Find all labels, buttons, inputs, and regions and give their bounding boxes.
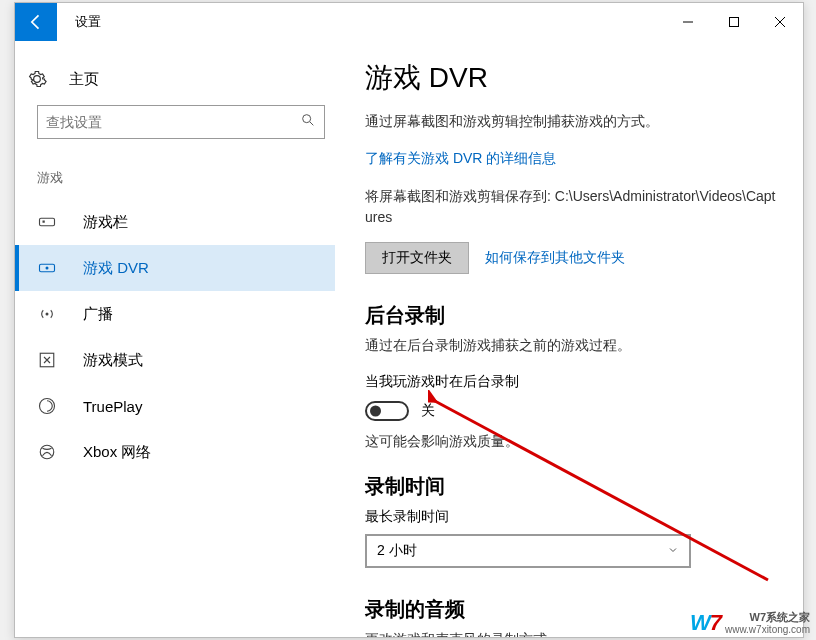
svg-rect-0 (730, 18, 739, 27)
gamemode-icon (37, 351, 57, 369)
svg-point-1 (303, 115, 311, 123)
other-folder-link[interactable]: 如何保存到其他文件夹 (485, 249, 625, 267)
trueplay-icon (37, 397, 57, 415)
nav-item-xbox[interactable]: Xbox 网络 (15, 429, 335, 475)
svg-rect-3 (43, 221, 45, 223)
window-body: 主页 游戏 游戏栏 游戏 DVR 广播 (15, 41, 803, 637)
svg-rect-2 (40, 218, 55, 226)
nav-label: 游戏 DVR (83, 259, 149, 278)
save-path-text: 将屏幕截图和游戏剪辑保存到: C:\Users\Administrator\Vi… (365, 186, 783, 228)
category-label: 游戏 (15, 167, 335, 199)
nav-label: Xbox 网络 (83, 443, 151, 462)
toggle-state: 关 (421, 402, 435, 420)
toggle-label: 当我玩游戏时在后台录制 (365, 373, 783, 391)
select-value: 2 小时 (377, 542, 417, 560)
chevron-down-icon (667, 543, 679, 559)
nav-label: 游戏栏 (83, 213, 128, 232)
svg-point-5 (46, 267, 49, 270)
page-heading: 游戏 DVR (365, 59, 783, 97)
nav-label: TruePlay (83, 398, 142, 415)
duration-select[interactable]: 2 小时 (365, 534, 691, 568)
nav-label: 广播 (83, 305, 113, 324)
nav-item-gamebar[interactable]: 游戏栏 (15, 199, 335, 245)
bg-record-title: 后台录制 (365, 302, 783, 329)
nav-label: 游戏模式 (83, 351, 143, 370)
page-description: 通过屏幕截图和游戏剪辑控制捕获游戏的方式。 (365, 113, 783, 131)
search-icon (300, 112, 316, 132)
search-field[interactable] (46, 114, 300, 130)
quality-note: 这可能会影响游戏质量。 (365, 433, 783, 451)
main-content: 游戏 DVR 通过屏幕截图和游戏剪辑控制捕获游戏的方式。 了解有关游戏 DVR … (335, 41, 803, 637)
maximize-button[interactable] (711, 3, 757, 41)
gamebar-icon (37, 213, 57, 231)
watermark: W7 W7系统之家 www.w7xitong.com (690, 610, 810, 636)
xbox-icon (37, 443, 57, 461)
learn-more-link[interactable]: 了解有关游戏 DVR 的详细信息 (365, 150, 556, 168)
home-label: 主页 (69, 70, 99, 89)
gear-icon (27, 69, 47, 89)
minimize-button[interactable] (665, 3, 711, 41)
bg-record-toggle[interactable] (365, 401, 409, 421)
nav-item-gamedvr[interactable]: 游戏 DVR (15, 245, 335, 291)
broadcast-icon (37, 305, 57, 323)
window-controls (665, 3, 803, 41)
svg-point-6 (46, 313, 49, 316)
nav-item-trueplay[interactable]: TruePlay (15, 383, 335, 429)
search-input[interactable] (37, 105, 325, 139)
nav-item-gamemode[interactable]: 游戏模式 (15, 337, 335, 383)
window-title: 设置 (57, 3, 665, 41)
watermark-logo: W7 (690, 610, 721, 636)
back-button[interactable] (15, 3, 57, 41)
dvr-icon (37, 259, 57, 277)
duration-label: 最长录制时间 (365, 508, 783, 526)
duration-title: 录制时间 (365, 473, 783, 500)
home-button[interactable]: 主页 (15, 61, 335, 103)
open-folder-button[interactable]: 打开文件夹 (365, 242, 469, 274)
arrow-left-icon (26, 12, 46, 32)
sidebar: 主页 游戏 游戏栏 游戏 DVR 广播 (15, 41, 335, 637)
watermark-text: W7系统之家 www.w7xitong.com (725, 611, 810, 634)
close-button[interactable] (757, 3, 803, 41)
bg-record-desc: 通过在后台录制游戏捕获之前的游戏过程。 (365, 337, 783, 355)
nav-item-broadcast[interactable]: 广播 (15, 291, 335, 337)
settings-window: 设置 主页 游戏 游戏栏 (14, 2, 804, 638)
titlebar: 设置 (15, 3, 803, 41)
